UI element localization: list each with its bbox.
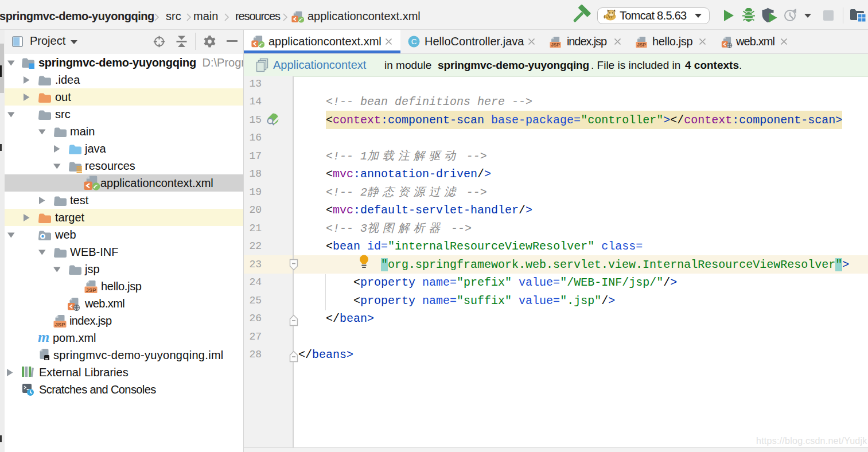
svg-text:C: C [411,37,417,46]
